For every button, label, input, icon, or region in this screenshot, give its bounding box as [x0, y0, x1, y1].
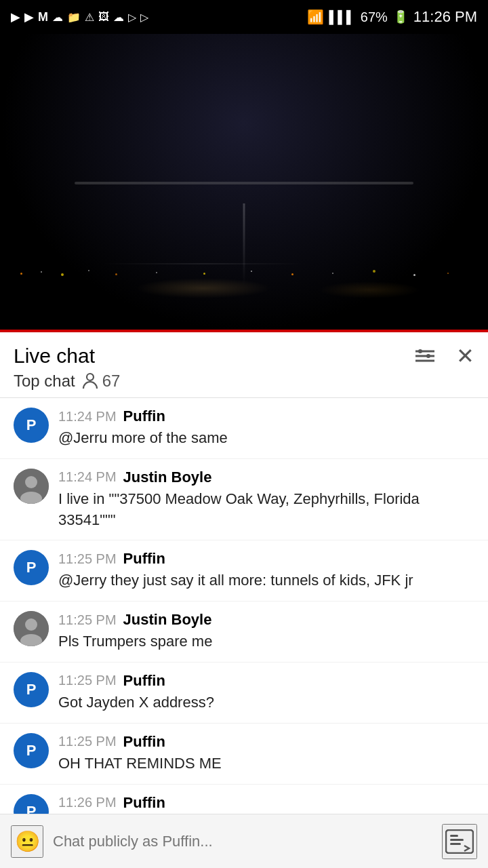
emoji-icon: 😐 — [15, 829, 40, 853]
message-author: Puffin — [123, 672, 165, 690]
message-item: 11:24 PMJustin BoyleI live in ""37500 Me… — [0, 459, 488, 541]
svg-point-7 — [25, 476, 37, 488]
message-author: Puffin — [123, 794, 165, 812]
svg-rect-13 — [450, 835, 458, 837]
message-time: 11:24 PM — [58, 409, 117, 425]
cloud2-icon: ☁ — [113, 11, 124, 24]
message-time: 11:25 PM — [58, 612, 117, 628]
svg-rect-4 — [426, 354, 430, 358]
signal-icon: ▌▌▌ — [329, 10, 355, 24]
svg-rect-14 — [450, 839, 464, 841]
avatar-photo — [14, 611, 49, 646]
message-content: 11:25 PMPuffinOH THAT REMINDS ME — [58, 733, 474, 774]
message-item: P11:24 PMPuffin@Jerru more of the same — [0, 398, 488, 459]
message-meta: 11:25 PMPuffin — [58, 550, 474, 568]
avatar: P — [14, 408, 49, 443]
message-author: Puffin — [123, 408, 165, 425]
video-progress-bar[interactable] — [0, 330, 488, 332]
image-icon: 🖼 — [98, 11, 109, 23]
status-icons-right: 📶 ▌▌▌ 67% 🔋 11:26 PM — [307, 8, 477, 26]
message-meta: 11:26 PMPuffin — [58, 794, 474, 812]
play2-icon: ▷ — [140, 11, 148, 24]
message-time: 11:25 PM — [58, 673, 117, 688]
avatar: P — [14, 672, 49, 707]
svg-point-10 — [25, 618, 37, 631]
message-text: I live in ""37500 Meadow Oak Way, Zephyr… — [58, 489, 474, 531]
message-content: 11:24 PMPuffin@Jerru more of the same — [58, 408, 474, 449]
status-bar: ▶ ▶ M ☁ 📁 ⚠ 🖼 ☁ ▷ ▷ 📶 ▌▌▌ 67% 🔋 11:26 PM — [0, 0, 488, 34]
message-meta: 11:25 PMPuffin — [58, 672, 474, 690]
message-time: 11:25 PM — [58, 734, 117, 749]
person-icon — [82, 372, 98, 390]
live-chat-header: Live chat ✕ Top chat 67 — [0, 332, 488, 398]
svg-rect-12 — [446, 830, 473, 853]
svg-point-5 — [87, 374, 94, 380]
youtube2-icon: ▶ — [24, 9, 34, 24]
message-item: P11:25 PMPuffinOH THAT REMINDS ME — [0, 724, 488, 785]
message-meta: 11:25 PMPuffin — [58, 733, 474, 751]
message-content: 11:25 PMJustin BoylePls Trumpers spare m… — [58, 611, 474, 652]
filter-icon[interactable] — [413, 346, 437, 366]
avatar: P — [14, 733, 49, 768]
close-icon[interactable]: ✕ — [456, 345, 474, 367]
video-player[interactable] — [0, 34, 488, 332]
message-meta: 11:25 PMJustin Boyle — [58, 611, 474, 629]
battery-text: 67% — [361, 9, 388, 25]
live-chat-title: Live chat — [14, 344, 95, 368]
message-time: 11:24 PM — [58, 469, 117, 485]
svg-rect-15 — [450, 843, 461, 845]
message-author: Justin Boyle — [123, 611, 212, 629]
message-content: 11:25 PMPuffinGot Jayden X address? — [58, 672, 474, 713]
message-item: P11:25 PMPuffinGot Jayden X address? — [0, 663, 488, 724]
avatar — [14, 469, 49, 504]
message-time: 11:25 PM — [58, 551, 117, 567]
svg-rect-3 — [418, 349, 422, 353]
viewer-count-number: 67 — [102, 372, 121, 391]
message-text: @Jerru more of the same — [58, 428, 474, 449]
avatar-photo — [14, 469, 49, 504]
message-text: Got Jayden X address? — [58, 692, 474, 713]
cloud-icon: ☁ — [52, 11, 63, 24]
time-display: 11:26 PM — [413, 8, 477, 26]
message-meta: 11:24 PMJustin Boyle — [58, 469, 474, 486]
warning-icon: ⚠ — [85, 11, 94, 24]
send-icon — [445, 829, 474, 854]
message-item: 11:25 PMJustin BoylePls Trumpers spare m… — [0, 601, 488, 663]
youtube-icon: ▶ — [11, 9, 20, 24]
m-icon: M — [38, 10, 48, 24]
message-time: 11:26 PM — [58, 795, 117, 810]
avatar — [14, 611, 49, 646]
send-button[interactable] — [442, 824, 477, 859]
message-author: Puffin — [123, 733, 165, 751]
folder-icon: 📁 — [67, 11, 81, 24]
chat-input-bar: 😐 — [0, 814, 488, 868]
message-author: Justin Boyle — [123, 469, 212, 486]
message-text: OH THAT REMINDS ME — [58, 753, 474, 774]
message-content: 11:25 PMPuffin@Jerry they just say it al… — [58, 550, 474, 591]
messages-container: P11:24 PMPuffin@Jerru more of the same 1… — [0, 398, 488, 868]
status-icons-left: ▶ ▶ M ☁ 📁 ⚠ 🖼 ☁ ▷ ▷ — [11, 9, 148, 24]
chat-input[interactable] — [53, 824, 432, 859]
message-meta: 11:24 PMPuffin — [58, 408, 474, 425]
message-author: Puffin — [123, 550, 165, 568]
header-action-icons: ✕ — [413, 345, 474, 367]
battery-icon: 🔋 — [393, 9, 408, 24]
wifi-icon: 📶 — [307, 9, 324, 25]
viewer-count: 67 — [82, 372, 121, 391]
message-item: P11:25 PMPuffin@Jerry they just say it a… — [0, 540, 488, 601]
avatar: P — [14, 550, 49, 585]
top-chat-label[interactable]: Top chat — [14, 372, 75, 391]
message-text: @Jerry they just say it all more: tunnel… — [58, 570, 474, 591]
emoji-button[interactable]: 😐 — [11, 825, 43, 858]
play-icon: ▷ — [128, 11, 136, 24]
message-content: 11:24 PMJustin BoyleI live in ""37500 Me… — [58, 469, 474, 531]
message-text: Pls Trumpers spare me — [58, 631, 474, 652]
